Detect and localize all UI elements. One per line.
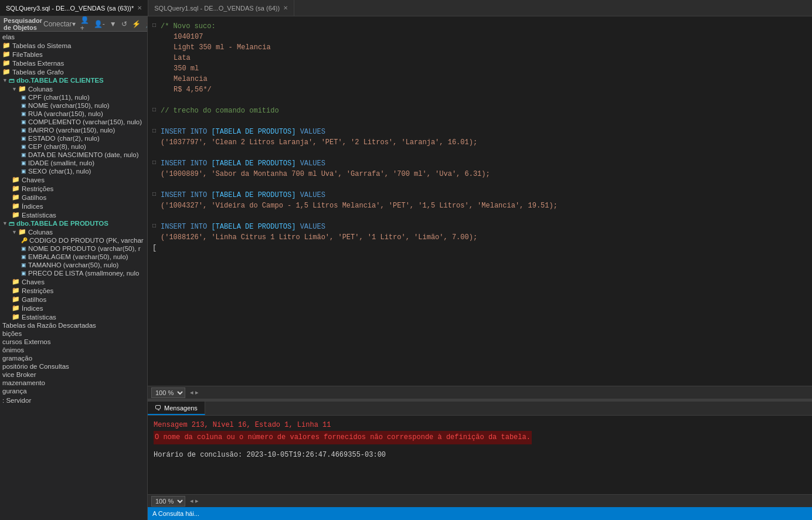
connect-button[interactable]: Conectar▾ — [42, 19, 77, 29]
tab-query1-close[interactable]: ✕ — [283, 5, 288, 11]
code-line: □ INSERT INTO [TABELA DE PRODUTOS] VALUE… — [148, 158, 812, 169]
tree-col-rua[interactable]: ▣ RUA (varchar(150), nulo) — [0, 110, 147, 118]
collapse-icon[interactable]: □ — [152, 21, 159, 30]
tree-col-tamanho[interactable]: ▣ TAMANHO (varchar(50), nulo) — [0, 261, 147, 269]
folder-icon: 📁 — [2, 50, 11, 58]
code-editor[interactable]: □ /* Novo suco: 1040107 Light 350 ml - M… — [148, 16, 812, 386]
tree-graph-tables[interactable]: 📁 Tabelas de Grafo — [0, 67, 147, 76]
collapse-icon[interactable]: □ — [152, 158, 159, 167]
code-line: ('1004327', 'Videira do Campo - 1,5 Litr… — [148, 200, 812, 211]
tree-col-preco[interactable]: ▣ PRECO DE LISTA (smallmoney, nulo — [0, 269, 147, 277]
code-line: □ INSERT INTO [TABELA DE PRODUTOS] VALUE… — [148, 127, 812, 137]
tab-query1[interactable]: SQLQuery1.sql - DE...O_VENDAS (sa (64)) … — [148, 0, 294, 16]
tree-col-nome[interactable]: ▣ NOME (varchar(150), nulo) — [0, 101, 147, 110]
tree-bicoes[interactable]: bições — [0, 329, 147, 338]
filter-icon[interactable]: ▼ — [108, 19, 118, 29]
column-icon: ▣ — [21, 127, 26, 133]
tree-col-idade[interactable]: ▣ IDADE (smallint, nulo) — [0, 159, 147, 167]
remove-user-icon[interactable]: 👤- — [93, 19, 106, 29]
collapse-icon[interactable]: □ — [152, 222, 159, 230]
message-line-1: Mensagem 213, Nível 16, Estado 1, Linha … — [154, 419, 806, 431]
tree-cursos-externos[interactable]: cursos Externos — [0, 338, 147, 346]
expand-icon: ▼ — [12, 229, 17, 235]
tree-onimos[interactable]: ônimos — [0, 346, 147, 354]
results-zoom-select[interactable]: 100 % 75 % 125 % — [151, 496, 185, 507]
messages-icon: 🗨 — [155, 404, 162, 412]
results-panel: 🗨 Mensagens Mensagem 213, Nível 16, Esta… — [148, 402, 812, 507]
tree-repositorio[interactable]: positório de Consultas — [0, 362, 147, 371]
refresh-icon[interactable]: ↺ — [120, 19, 128, 29]
tree-produtos-restricoes[interactable]: 📁 Restrições — [0, 286, 147, 295]
panel-toolbar: Conectar▾ 👤+ 👤- ▼ ↺ ⚡ 📌 ✕ — [42, 16, 148, 33]
gatilhos-folder-icon: 📁 — [12, 193, 20, 201]
zoom-select[interactable]: 100 % 75 % 125 % 150 % — [151, 388, 185, 398]
tree-col-codigo[interactable]: 🔑 CODIGO DO PRODUTO (PK, varchar — [0, 236, 147, 244]
tree-col-nome-produto[interactable]: ▣ NOME DO PRODUTO (varchar(50), r — [0, 244, 147, 253]
restricoes-folder-icon: 📁 — [12, 287, 20, 294]
tree-external-tables[interactable]: 📁 Tabelas Externas — [0, 59, 147, 67]
tree-clientes-restricoes[interactable]: 📁 Restrições — [0, 184, 147, 193]
key-icon: 🔑 — [21, 237, 28, 243]
tree-filetables[interactable]: 📁 FileTables — [0, 50, 147, 59]
indices-folder-icon: 📁 — [12, 202, 20, 210]
code-line-empty — [148, 116, 812, 127]
tree-col-sexo[interactable]: ▣ SEXO (char(1), nulo) — [0, 167, 147, 175]
tab-query1-label: SQLQuery1.sql - DE...O_VENDAS (sa (64)) — [154, 5, 280, 12]
column-icon: ▣ — [21, 246, 26, 251]
object-explorer-panel: Pesquisador de Objetos Conectar▾ 👤+ 👤- ▼… — [0, 16, 148, 520]
tab-query3-close[interactable]: ✕ — [137, 5, 142, 11]
tree-clientes-gatilhos[interactable]: 📁 Gatilhos — [0, 193, 147, 202]
tree-service-broker[interactable]: vice Broker — [0, 371, 147, 379]
messages-content: Mensagem 213, Nível 16, Estado 1, Linha … — [148, 416, 812, 494]
tree-tables-partial[interactable]: elas — [0, 33, 147, 41]
tree-armazenamento[interactable]: mazenamento — [0, 379, 147, 387]
status-text: A Consulta hái... — [152, 510, 199, 517]
tab-query3[interactable]: SQLQuery3.sql - DE...O_VENDAS (sa (63))*… — [0, 0, 148, 16]
code-line-empty — [148, 95, 812, 106]
tree-col-cep[interactable]: ▣ CEP (char(8), nulo) — [0, 142, 147, 151]
tree-clientes-colunas[interactable]: ▼ 📁 Colunas — [0, 84, 147, 93]
tree-col-estado[interactable]: ▣ ESTADO (char(2), nulo) — [0, 134, 147, 142]
code-line: Melancia — [148, 74, 812, 84]
tree-clientes-chaves[interactable]: 📁 Chaves — [0, 175, 147, 184]
tree-produtos-colunas[interactable]: ▼ 📁 Colunas — [0, 227, 147, 236]
tree-clientes-table[interactable]: ▼ 🗃 dbo.TABELA DE CLIENTES — [0, 76, 147, 84]
tree-razao-descartadas[interactable]: Tabelas da Razão Descartadas — [0, 321, 147, 329]
panel-header: Pesquisador de Objetos Conectar▾ 👤+ 👤- ▼… — [0, 16, 147, 32]
main-layout: Pesquisador de Objetos Conectar▾ 👤+ 👤- ▼… — [0, 16, 812, 520]
code-line: [ — [148, 243, 812, 253]
column-icon: ▣ — [21, 168, 26, 174]
new-query-icon[interactable]: ⚡ — [131, 19, 142, 29]
collapse-icon[interactable]: □ — [152, 106, 159, 114]
tab-messages[interactable]: 🗨 Mensagens — [148, 402, 205, 415]
collapse-icon[interactable]: □ — [152, 127, 159, 135]
tree-produtos-indices[interactable]: 📁 Índices — [0, 304, 147, 312]
tree-produtos-gatilhos[interactable]: 📁 Gatilhos — [0, 295, 147, 304]
tree-produtos-chaves[interactable]: 📁 Chaves — [0, 277, 147, 286]
add-user-icon[interactable]: 👤+ — [79, 16, 90, 33]
object-tree[interactable]: elas 📁 Tabelas do Sistema 📁 FileTables 📁… — [0, 32, 147, 520]
code-line: 1040107 — [148, 32, 812, 42]
right-panel: □ /* Novo suco: 1040107 Light 350 ml - M… — [148, 16, 812, 520]
code-line: □ /* Novo suco: — [148, 21, 812, 32]
tree-col-bairro[interactable]: ▣ BAIRRO (varchar(150), nulo) — [0, 126, 147, 134]
tree-col-datanasc[interactable]: ▣ DATA DE NASCIMENTO (date, nulo) — [0, 151, 147, 159]
tree-servidor[interactable]: : Servidor — [0, 396, 147, 405]
folder-icon: 📁 — [2, 42, 11, 49]
code-line: Light 350 ml - Melancia — [148, 42, 812, 53]
tree-seguranca[interactable]: gurança — [0, 387, 147, 395]
message-line-3: Horário de conclusão: 2023-10-05T19:26:4… — [154, 449, 806, 461]
tree-clientes-estatisticas[interactable]: 📁 Estatísticas — [0, 210, 147, 219]
colunas-folder-icon: 📁 — [18, 85, 26, 93]
tree-produtos-estatisticas[interactable]: 📁 Estatísticas — [0, 312, 147, 321]
tree-clientes-indices[interactable]: 📁 Índices — [0, 202, 147, 210]
tree-gramacao[interactable]: gramação — [0, 354, 147, 362]
tree-produtos-table[interactable]: ▼ 🗃 dbo.TABELA DE PRODUTOS — [0, 219, 147, 227]
code-line: Lata — [148, 53, 812, 63]
tree-col-complemento[interactable]: ▣ COMPLEMENTO (varchar(150), nulo) — [0, 118, 147, 126]
column-icon: ▣ — [21, 119, 26, 125]
tree-col-cpf[interactable]: ▣ CPF (char(11), nulo) — [0, 93, 147, 101]
tree-col-embalagem[interactable]: ▣ EMBALAGEM (varchar(50), nulo) — [0, 253, 147, 261]
collapse-icon[interactable]: □ — [152, 190, 159, 199]
tree-system-tables[interactable]: 📁 Tabelas do Sistema — [0, 41, 147, 50]
